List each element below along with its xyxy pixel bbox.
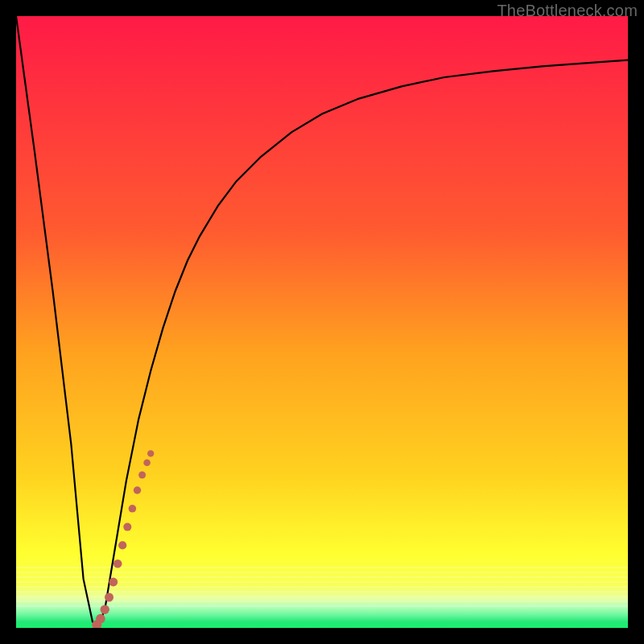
gradient-background (16, 16, 628, 628)
chart-frame: TheBottleneck.com (0, 0, 644, 644)
